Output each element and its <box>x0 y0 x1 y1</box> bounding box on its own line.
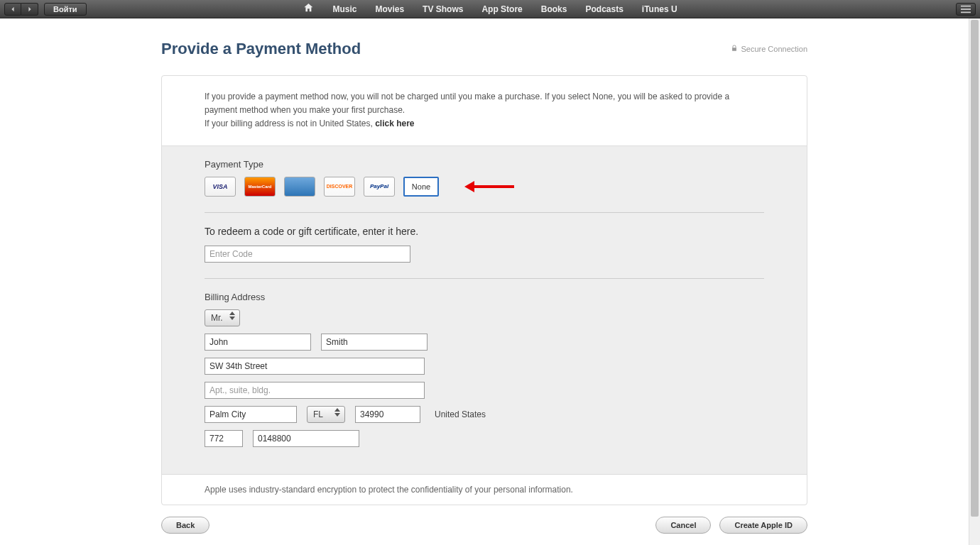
menu-button[interactable] <box>956 3 976 16</box>
main-panel: If you provide a payment method now, you… <box>161 75 807 505</box>
zip-input[interactable] <box>355 406 420 423</box>
nav-appstore[interactable]: App Store <box>481 4 522 14</box>
payment-type-section: Payment Type VISA MasterCard DISCOVER Pa… <box>205 146 764 213</box>
first-name-input[interactable] <box>205 334 311 351</box>
nav-podcasts[interactable]: Podcasts <box>585 4 623 14</box>
create-apple-id-button[interactable]: Create Apple ID <box>719 517 807 534</box>
nav-center: Music Movies TV Shows App Store Books Po… <box>303 2 677 16</box>
redeem-code-input[interactable] <box>205 246 410 263</box>
phone-number-input[interactable] <box>253 430 359 447</box>
scroll-thumb[interactable] <box>971 20 979 517</box>
login-button[interactable]: Войти <box>44 3 87 16</box>
payment-none[interactable]: None <box>403 177 439 197</box>
city-input[interactable] <box>205 406 297 423</box>
billing-section: Billing Address Mr. FL United States <box>162 279 807 474</box>
state-select[interactable]: FL <box>307 406 345 423</box>
nav-music[interactable]: Music <box>332 4 356 14</box>
svg-rect-0 <box>961 5 971 6</box>
payment-paypal[interactable]: PayPal <box>364 177 395 197</box>
secure-connection-label: Secure Connection <box>731 45 807 53</box>
last-name-input[interactable] <box>321 334 428 351</box>
encryption-note: Apple uses industry-standard encryption … <box>162 474 807 505</box>
top-toolbar: Войти Music Movies TV Shows App Store Bo… <box>0 0 980 18</box>
nav-itunesu[interactable]: iTunes U <box>642 4 677 14</box>
cancel-button[interactable]: Cancel <box>655 517 711 534</box>
payment-discover[interactable]: DISCOVER <box>324 177 355 197</box>
apt-input[interactable] <box>205 382 425 399</box>
scrollbar[interactable] <box>969 18 980 545</box>
billing-label: Billing Address <box>205 292 764 302</box>
page-title: Provide a Payment Method <box>161 40 361 58</box>
nav-books[interactable]: Books <box>541 4 567 14</box>
intro-text: If you provide a payment method now, you… <box>162 76 807 146</box>
home-icon[interactable] <box>303 2 314 16</box>
annotation-arrow-icon <box>464 182 514 192</box>
back-button[interactable]: Back <box>161 517 209 534</box>
street-input[interactable] <box>205 358 425 375</box>
click-here-link[interactable]: click here <box>375 119 414 128</box>
country-label: United States <box>435 409 486 419</box>
redeem-section: To redeem a code or gift certificate, en… <box>205 213 764 279</box>
phone-area-input[interactable] <box>205 430 243 447</box>
payment-mastercard[interactable]: MasterCard <box>244 177 276 197</box>
payment-visa[interactable]: VISA <box>205 177 236 197</box>
nav-back-button[interactable] <box>4 3 21 16</box>
svg-rect-1 <box>961 9 971 10</box>
nav-tvshows[interactable]: TV Shows <box>423 4 463 14</box>
lock-icon <box>731 45 738 53</box>
nav-movies[interactable]: Movies <box>375 4 404 14</box>
payment-amex[interactable] <box>284 177 315 197</box>
payment-type-label: Payment Type <box>205 159 764 170</box>
title-select[interactable]: Mr. <box>205 309 240 326</box>
nav-forward-button[interactable] <box>21 3 38 16</box>
redeem-text: To redeem a code or gift certificate, en… <box>205 226 764 237</box>
svg-rect-2 <box>961 11 971 13</box>
